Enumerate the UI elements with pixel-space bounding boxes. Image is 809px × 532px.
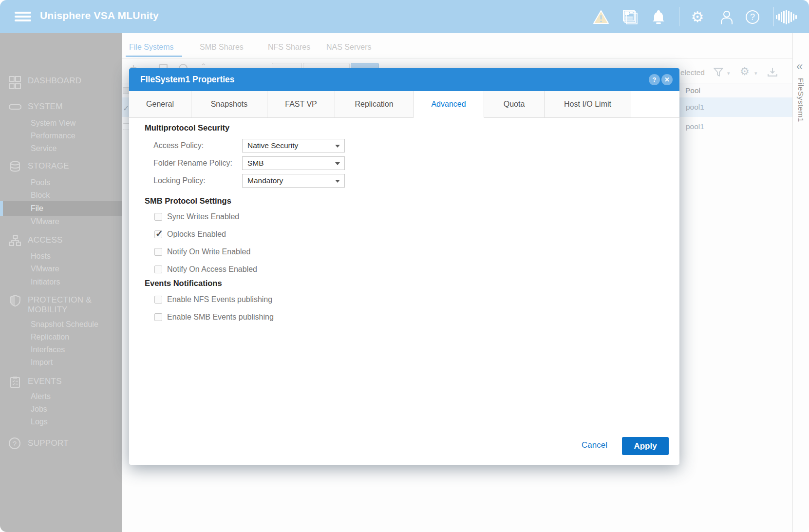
gear-icon[interactable]: ⚙ <box>689 9 706 25</box>
pool-cell: pool1 <box>686 103 704 112</box>
dialog-title: FIleSystem1 Properties <box>140 68 235 91</box>
dialog-tab-snapshots[interactable]: Snapshots <box>191 91 267 118</box>
access-policy-select[interactable]: Native Security <box>242 139 345 152</box>
tab-nfs-shares[interactable]: NFS Shares <box>268 43 310 52</box>
filesystem-properties-dialog: FIleSystem1 Properties ? ✕ General Snaps… <box>129 68 679 465</box>
gear-caret-icon[interactable]: ▾ <box>754 70 757 76</box>
locking-policy-label: Locking Policy: <box>153 174 206 188</box>
dialog-tabs-filler <box>631 91 679 118</box>
protection-shield-icon <box>9 294 21 307</box>
header-divider <box>773 7 774 26</box>
row-checked-icon[interactable]: ✓ <box>123 104 129 113</box>
news-icon[interactable] <box>622 9 639 25</box>
active-tab-underline <box>126 56 182 57</box>
section-heading-multiprotocol: Multiprotocol Security <box>145 123 229 133</box>
storage-icon <box>9 160 21 173</box>
dialog-help-icon[interactable]: ? <box>649 74 660 85</box>
dialog-tab-replication[interactable]: Replication <box>335 91 414 118</box>
sidebar-accent-bar <box>0 201 3 216</box>
chevron-down-icon <box>335 180 340 183</box>
app-window: Unisphere VSA MLUnity ⚙ ? DASHBOARD SYS <box>0 0 809 532</box>
user-icon[interactable] <box>718 9 735 25</box>
export-download-icon[interactable] <box>767 67 778 77</box>
collapse-panel-icon[interactable]: « <box>796 61 803 71</box>
details-panel-title: FileSystem1 <box>796 78 805 122</box>
dialog-tab-advanced[interactable]: Advanced <box>414 91 484 118</box>
chevron-down-icon <box>335 162 340 165</box>
notify-on-access-checkbox[interactable] <box>154 266 162 273</box>
access-policy-label: Access Policy: <box>153 139 204 152</box>
details-panel: « FileSystem1 <box>792 33 809 532</box>
enable-nfs-events-checkbox[interactable] <box>154 296 162 304</box>
bell-icon[interactable] <box>650 9 667 25</box>
access-icon <box>9 234 21 247</box>
table-settings-gear-icon[interactable]: ⚙ <box>740 65 750 78</box>
dialog-footer: Cancel Apply <box>129 427 679 465</box>
dialog-tab-quota[interactable]: Quota <box>484 91 545 118</box>
oplocks-checkbox[interactable] <box>154 230 162 238</box>
dialog-tab-general[interactable]: General <box>129 91 191 118</box>
section-heading-events: Events Notifications <box>145 279 222 288</box>
filter-caret-icon[interactable]: ▾ <box>727 70 730 76</box>
row-checkbox[interactable] <box>123 123 130 130</box>
dialog-tabs: General Snapshots FAST VP Replication Ad… <box>129 91 679 118</box>
dialog-tab-fast-vp[interactable]: FAST VP <box>267 91 335 118</box>
tab-smb-shares[interactable]: SMB Shares <box>200 43 244 52</box>
filter-icon[interactable] <box>713 67 724 77</box>
section-heading-smb: SMB Protocol Settings <box>145 196 231 206</box>
sidebar-selected-row <box>0 201 122 216</box>
system-icon <box>9 101 21 114</box>
sync-writes-checkbox[interactable] <box>154 213 162 221</box>
select-all-checkbox[interactable] <box>123 87 130 94</box>
sidebar-nav: DASHBOARD SYSTEM System View Performance… <box>0 33 122 532</box>
dashboard-icon <box>9 75 21 88</box>
selection-count-text: elected <box>680 68 705 77</box>
folder-rename-policy-select[interactable]: SMB <box>242 156 345 170</box>
dialog-close-icon[interactable]: ✕ <box>661 74 673 85</box>
help-icon[interactable]: ? <box>746 9 762 25</box>
apply-button[interactable]: Apply <box>622 437 669 455</box>
app-title: Unisphere VSA MLUnity <box>40 10 159 21</box>
enable-smb-events-checkbox[interactable] <box>154 313 162 321</box>
chevron-down-icon <box>335 145 340 148</box>
hamburger-icon[interactable] <box>15 12 31 22</box>
notify-on-write-checkbox[interactable] <box>154 248 162 256</box>
folder-rename-policy-label: Folder Rename Policy: <box>153 156 232 170</box>
events-clipboard-icon <box>9 376 21 388</box>
locking-policy-select[interactable]: Mandatory <box>242 174 345 188</box>
dialog-body: Multiprotocol Security Access Policy: Na… <box>129 118 679 427</box>
tab-nas-servers[interactable]: NAS Servers <box>326 43 371 52</box>
header-divider <box>679 7 679 26</box>
column-header-pool[interactable]: Pool <box>685 86 700 95</box>
pool-cell: pool1 <box>686 122 704 131</box>
system-health-icon[interactable] <box>776 9 798 25</box>
tabs-bottom-border <box>122 58 809 59</box>
tab-file-systems[interactable]: File Systems <box>129 43 174 52</box>
warning-icon[interactable] <box>593 9 609 25</box>
dialog-tab-host-io-limit[interactable]: Host I/O Limit <box>545 91 631 118</box>
support-help-icon: ? <box>9 437 21 450</box>
dialog-titlebar[interactable]: FIleSystem1 Properties ? ✕ <box>129 68 679 91</box>
app-header: Unisphere VSA MLUnity ⚙ ? <box>0 0 809 33</box>
cancel-button[interactable]: Cancel <box>582 440 607 450</box>
